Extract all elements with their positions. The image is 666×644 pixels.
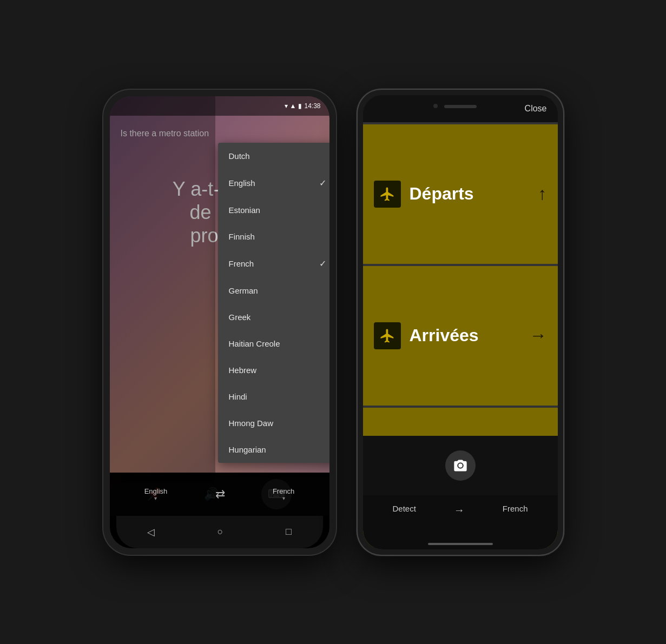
iphone-target-lang[interactable]: French: [503, 504, 528, 513]
dropdown-item-hindi[interactable]: Hindi: [218, 383, 329, 410]
dropdown-item-label: German: [229, 286, 258, 295]
dropdown-item-hungarian[interactable]: Hungarian: [218, 436, 329, 463]
dropdown-item-label: Haitian Creole: [229, 339, 280, 348]
dropdown-item-label: Hmong Daw: [229, 419, 274, 428]
target-lang-section[interactable]: French ▾: [273, 487, 294, 501]
swap-button[interactable]: ⇄: [215, 487, 225, 501]
dropdown-item-dutch[interactable]: Dutch: [218, 143, 329, 169]
iphone-camera: [433, 104, 438, 108]
dropdown-overlay: [110, 96, 215, 483]
status-icons: ▾ ▲ ▮ 14:38: [285, 102, 321, 110]
dropdown-item-label: Dutch: [229, 151, 250, 161]
android-nav-bar: ◁ ○ □: [116, 516, 323, 548]
dropdown-item-hmong-daw[interactable]: Hmong Daw: [218, 410, 329, 436]
iphone-swap-arrow: →: [454, 504, 465, 516]
target-lang-label: French: [273, 487, 294, 495]
checkmark-icon: ✓: [319, 258, 326, 269]
dropdown-item-label: French: [229, 259, 254, 268]
dropdown-item-label: Hebrew: [229, 366, 257, 375]
dropdown-item-greek[interactable]: Greek: [218, 304, 329, 330]
dropdown-item-label: English: [229, 178, 255, 188]
dropdown-item-german[interactable]: German: [218, 277, 329, 304]
camera-section: [363, 436, 558, 495]
departures-arrow: ↑: [538, 184, 547, 204]
dropdown-item-label: Greek: [229, 313, 251, 322]
iphone-lang-bar: Detect → French: [363, 495, 558, 549]
devices-container: ▾ ▲ ▮ 14:38 Is there a metro station Y a…: [103, 90, 563, 555]
close-button[interactable]: Close: [525, 104, 547, 114]
departures-text: Départs: [410, 184, 530, 204]
dropdown-item-estonian[interactable]: Estonian: [218, 197, 329, 223]
wifi-icon: ▾: [285, 102, 288, 110]
android-phone: ▾ ▲ ▮ 14:38 Is there a metro station Y a…: [103, 90, 336, 555]
checkmark-icon: ✓: [319, 178, 326, 188]
back-button[interactable]: ◁: [147, 526, 155, 538]
iphone-source-lang[interactable]: Detect: [392, 504, 416, 513]
source-lang-arrow: ▾: [154, 495, 157, 501]
arrivals-sign[interactable]: Arrivées →: [363, 266, 558, 406]
source-lang-label: English: [144, 487, 168, 495]
source-lang-section[interactable]: English ▾: [144, 487, 168, 501]
iphone-header: Close: [363, 95, 558, 122]
home-button[interactable]: ○: [217, 526, 223, 537]
departures-sign[interactable]: Départs ↑: [363, 124, 558, 264]
language-dropdown: Dutch English ✓ Estonian Finnish French …: [218, 143, 329, 463]
home-indicator: [428, 543, 493, 545]
iphone: Close Départs ↑: [358, 90, 563, 555]
time-display: 14:38: [304, 102, 320, 110]
dropdown-item-label: Hungarian: [229, 445, 266, 454]
iphone-speaker: [444, 105, 477, 108]
signal-icon: ▲: [290, 102, 296, 110]
dropdown-item-english[interactable]: English ✓: [218, 169, 329, 197]
battery-icon: ▮: [298, 102, 302, 110]
arrivals-icon: [374, 322, 401, 349]
dropdown-item-hebrew[interactable]: Hebrew: [218, 357, 329, 383]
dropdown-item-french[interactable]: French ✓: [218, 250, 329, 277]
camera-button[interactable]: [445, 450, 476, 481]
dropdown-item-label: Hindi: [229, 392, 247, 401]
departures-icon: [374, 181, 401, 208]
target-lang-arrow: ▾: [282, 495, 285, 501]
dropdown-item-label: Finnish: [229, 232, 255, 241]
dropdown-item-finnish[interactable]: Finnish: [218, 223, 329, 250]
dropdown-item-haitian-creole[interactable]: Haitian Creole: [218, 330, 329, 357]
arrivals-text: Arrivées: [410, 326, 521, 346]
dropdown-item-label: Estonian: [229, 205, 260, 215]
recents-button[interactable]: □: [286, 526, 292, 537]
arrivals-arrow: →: [530, 326, 547, 346]
